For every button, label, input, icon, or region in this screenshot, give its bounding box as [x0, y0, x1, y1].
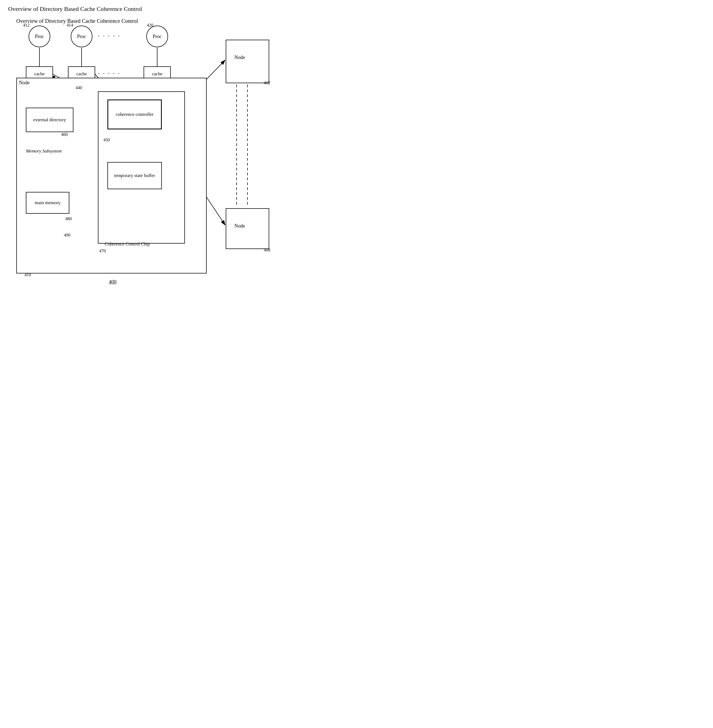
- right-node-bottom: [226, 208, 269, 249]
- right-node-bottom-label: Node: [234, 223, 245, 229]
- main-memory-label: main memory: [35, 200, 61, 205]
- coherence-chip-number: 470: [99, 249, 106, 253]
- main-memory-box: main memory: [26, 192, 69, 214]
- coherence-chip-text: Coherence Control Chip: [105, 241, 150, 247]
- right-node-bottom-number: 408: [264, 248, 270, 253]
- proc-412-number: 412: [23, 23, 30, 28]
- main-outer-number: 410: [24, 272, 31, 277]
- coherence-controller-box: coherence controller: [107, 100, 162, 130]
- page-title-label: Overview of Directory Based Cache Cohere…: [16, 18, 138, 24]
- temp-state-buffer-box: temporary state buffer: [107, 162, 162, 189]
- proc-414-number: 414: [67, 23, 73, 28]
- memory-subsystem-label: Memory Subsystem: [26, 149, 62, 154]
- main-memory-number: 480: [65, 216, 72, 221]
- coherence-ctrl-label: coherence controller: [116, 112, 154, 117]
- page-title: Overview of Directory Based Cache Cohere…: [8, 6, 274, 12]
- proc-412-label: Proc: [35, 34, 44, 39]
- right-node-top-number: 402: [264, 80, 270, 85]
- node-490-number: 490: [64, 233, 70, 238]
- memory-subsystem-text: Memory Subsystem: [26, 149, 62, 153]
- cache-dashes: - - - - -: [98, 70, 121, 76]
- proc-dashes-top: - - - - -: [98, 33, 121, 39]
- cache-430-label: cache: [152, 71, 163, 77]
- cache-422-label: cache: [34, 71, 45, 77]
- node-440-number: 440: [76, 85, 82, 90]
- proc-420-label: Proc: [153, 34, 162, 39]
- proc-420-number: 420: [147, 23, 154, 28]
- cache-424-label: cache: [76, 71, 87, 77]
- external-directory-box: external directory: [26, 108, 73, 132]
- coherence-chip-label: Coherence Control Chip: [105, 241, 150, 247]
- proc-414-label: Proc: [77, 34, 86, 39]
- right-node-top-label: Node: [234, 55, 245, 60]
- diagram-number: 400: [109, 279, 117, 285]
- right-node-top: [226, 40, 269, 83]
- node-inner-label: Node: [19, 80, 30, 86]
- ext-dir-label: external directory: [33, 117, 66, 123]
- proc-420: Proc: [146, 25, 168, 47]
- diagram-number-text: 400: [109, 279, 117, 284]
- proc-414: Proc: [71, 25, 92, 47]
- proc-412: Proc: [28, 25, 50, 47]
- coherence-ctrl-number: 450: [103, 138, 110, 143]
- temp-state-label: temporary state buffer: [114, 173, 155, 178]
- diagram-container: Overview of Directory Based Cache Cohere…: [8, 18, 274, 290]
- ext-dir-number: 460: [61, 132, 68, 137]
